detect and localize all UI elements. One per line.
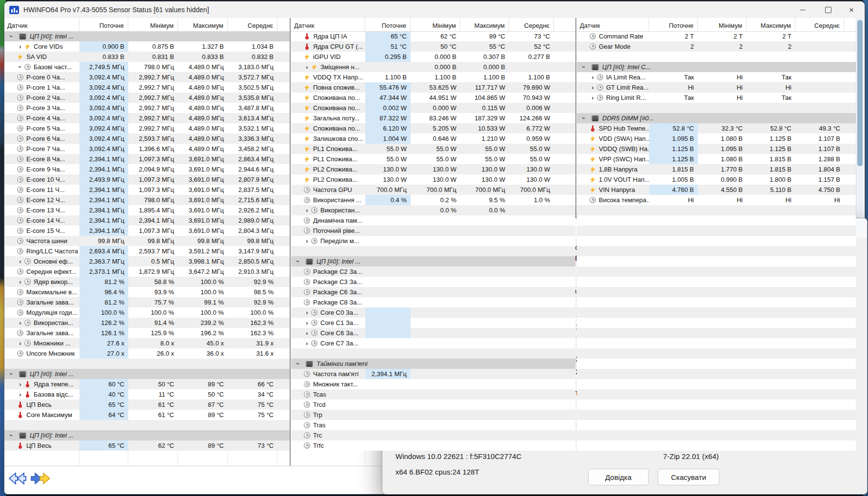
- scrollbar-thumb[interactable]: [857, 20, 863, 166]
- sensor-row[interactable]: P-core 6 Ча...3,092.4 МГц2,593.7 МГц4,48…: [4, 134, 290, 144]
- sensor-row[interactable]: ›Core C1 За...: [291, 318, 575, 328]
- sensor-row[interactable]: PL1 Спожива...55.0 W55.0 W55.0 W55.0 W: [291, 144, 575, 154]
- sensor-row[interactable]: E-core 13 Ч...2,394.1 МГц1,895.4 МГц3,69…: [4, 205, 290, 215]
- sensor-row[interactable]: Множник такт...: [291, 379, 575, 389]
- chevron-expanded-icon[interactable]: ›: [17, 63, 24, 71]
- sensor-row[interactable]: [577, 103, 856, 113]
- sensor-row[interactable]: VDDQ (SWB) На...1.125 В1.095 В1.125 В1.1…: [577, 144, 856, 154]
- sensor-row[interactable]: ›Переділи м...: [291, 236, 575, 246]
- sensor-row[interactable]: P-core 2 Ча...3,092.4 МГц2,992.7 МГц4,48…: [4, 93, 290, 103]
- sensor-row[interactable]: 1.0V VOUT Нап...1.005 В0.990 В1.800 В1.1…: [577, 174, 856, 185]
- sensor-row[interactable]: ›Використан...0.0 %0.0 %: [291, 205, 575, 215]
- sensor-row[interactable]: [577, 400, 856, 410]
- sensor-row[interactable]: VDDQ TX Напр...1.100 В1.100 В1.100 В1.10…: [291, 72, 575, 82]
- chevron-collapsed-icon[interactable]: ›: [589, 74, 597, 81]
- sensor-row[interactable]: SA VID0.833 В0.831 В0.833 В0.832 В: [4, 52, 290, 62]
- minimize-icon[interactable]: [791, 1, 814, 18]
- sensor-row[interactable]: [577, 420, 856, 430]
- sensor-group-row[interactable]: ›Таймінги пам'яті: [291, 359, 575, 369]
- cancel-button[interactable]: Скасувати: [658, 469, 719, 485]
- sensor-row[interactable]: ›Ядра темпе...60 °C50 °C89 °C66 °C: [4, 379, 290, 389]
- sensor-row[interactable]: [577, 440, 856, 451]
- sensor-row[interactable]: ›Core VIDs0.900 В0.875 В1.327 В1.034 В: [4, 41, 290, 52]
- sensor-row[interactable]: [577, 307, 856, 318]
- sensor-row[interactable]: PL2 Спожива...130.0 W130.0 W130.0 W130.0…: [291, 164, 575, 174]
- sensor-row[interactable]: Ядра CPU GT (...51 °C50 °C55 °C52 °C: [291, 41, 575, 52]
- column-header-average[interactable]: Середнє: [795, 18, 844, 31]
- sensor-group-row[interactable]: ›ЦП [#0]: Intel ...: [4, 31, 290, 41]
- sensor-row[interactable]: Command Rate2 Т2 Т2 Т: [577, 31, 856, 41]
- sensor-row[interactable]: Tcas: [291, 389, 575, 400]
- chevron-collapsed-icon[interactable]: ›: [16, 340, 24, 347]
- sensor-row[interactable]: ›Основні еф...2,363.7 МГц0.5 МГц3,998.1 …: [4, 256, 290, 267]
- sensor-row[interactable]: E-core 12 Ч...2,394.1 МГц798.0 МГц3,691.…: [4, 195, 290, 205]
- chevron-collapsed-icon[interactable]: ›: [16, 319, 24, 326]
- chevron-collapsed-icon[interactable]: ›: [303, 63, 311, 71]
- column-header-maximum[interactable]: Максимум: [747, 18, 795, 31]
- titlebar[interactable]: HWiNFO64 Pro v7.43-5055 Sensor Status [6…: [4, 1, 865, 19]
- sensor-row[interactable]: Загальна поту...87.322 W83.246 W187.329 …: [291, 113, 575, 123]
- sensor-row[interactable]: Частота GPU700.0 МГц700.0 МГц700.0 МГц70…: [291, 185, 575, 195]
- nav-back-button[interactable]: [6, 469, 28, 488]
- sensor-row[interactable]: ›Множники ...27.6 x8.0 x45.0 x31.9 x: [4, 338, 290, 348]
- chevron-collapsed-icon[interactable]: ›: [303, 319, 311, 326]
- sensor-row[interactable]: ›Базові част...2,749.5 МГц798.0 МГц4,489…: [4, 62, 290, 72]
- sensor-row[interactable]: ›Використан...126.2 %91.4 %239.2 %162.3 …: [4, 318, 290, 328]
- sensor-row[interactable]: Використання ...0.4 %0.2 %9.5 %1.0 %: [291, 195, 575, 205]
- sensor-row[interactable]: Максимальне в...96.4 %93.9 %100.0 %98.5 …: [4, 287, 290, 297]
- sensor-row[interactable]: E-core 11 Ч...2,394.1 МГц1,097.3 МГц3,69…: [4, 185, 290, 195]
- sensor-row[interactable]: [577, 379, 856, 389]
- sensor-row[interactable]: ›Core C0 За...: [291, 307, 575, 318]
- table-divider[interactable]: [290, 18, 291, 466]
- sensor-row[interactable]: [577, 215, 856, 226]
- sensor-row[interactable]: [577, 256, 856, 267]
- chevron-collapsed-icon[interactable]: ›: [16, 391, 24, 398]
- sensor-group-row[interactable]: ›ЦП [#0]: Intel ...: [291, 256, 575, 267]
- sensor-row[interactable]: [577, 369, 856, 379]
- sensor-row[interactable]: Висока темпера...НіНіНіНі: [577, 195, 856, 205]
- sensor-row[interactable]: [4, 420, 290, 430]
- column-header-current[interactable]: Поточне: [79, 18, 128, 31]
- sensor-row[interactable]: P-core 5 Ча...3,092.4 МГц2,992.7 МГц4,48…: [4, 123, 290, 134]
- sensor-row[interactable]: ЦП Весь65 °C61 °C87 °C75 °C: [4, 400, 290, 410]
- sensor-row[interactable]: [577, 338, 856, 348]
- sensor-row[interactable]: E-core 10 Ч...2,493.9 МГц1,097.3 МГц3,69…: [4, 174, 290, 185]
- sensor-row[interactable]: [577, 205, 856, 215]
- help-button[interactable]: Довідка: [588, 469, 649, 485]
- sensor-row[interactable]: Trfc: [291, 440, 575, 451]
- chevron-expanded-icon[interactable]: ›: [295, 257, 302, 266]
- sensor-row[interactable]: Динамічна пам...: [291, 215, 575, 226]
- chevron-collapsed-icon[interactable]: ›: [303, 340, 311, 347]
- column-header-maximum[interactable]: Максимум: [460, 18, 509, 31]
- sensor-row[interactable]: [291, 348, 575, 359]
- sensor-row[interactable]: Package C3 За...: [291, 277, 575, 287]
- chevron-collapsed-icon[interactable]: ›: [589, 84, 597, 91]
- sensor-row[interactable]: Модуляція годи...100.0 %100.0 %100.0 %10…: [4, 307, 290, 318]
- column-header-maximum[interactable]: Максимум: [178, 18, 228, 31]
- sensor-row[interactable]: Залишкова спо...1.004 W0.646 W1.210 W0.9…: [291, 134, 575, 144]
- sensor-row[interactable]: ›Зміщення н...0.000 В0.000 В: [291, 62, 575, 72]
- column-header-current[interactable]: Поточне: [365, 18, 411, 31]
- sensor-row[interactable]: Package C8 За...: [291, 297, 575, 307]
- sensor-row[interactable]: ЦП Весь65 °C62 °C89 °C73 °C: [4, 440, 290, 451]
- sensor-row[interactable]: P-core 7 Ча...3,092.4 МГц1,396.6 МГц4,48…: [4, 144, 290, 154]
- maximize-icon[interactable]: [817, 1, 839, 18]
- sensor-row[interactable]: ›Core C6 За...: [291, 328, 575, 338]
- column-header-average[interactable]: Середнє: [509, 18, 554, 31]
- sensor-row[interactable]: P-core 0 Ча...3,092.4 МГц2,992.7 МГц4,48…: [4, 72, 290, 82]
- chevron-expanded-icon[interactable]: ›: [8, 32, 15, 40]
- chevron-collapsed-icon[interactable]: ›: [16, 43, 24, 50]
- sensor-row[interactable]: ›GT Limit Rea...НіНіНі: [577, 82, 856, 93]
- sensor-row[interactable]: Споживана по...6.120 W5.205 W10.533 W6.7…: [291, 123, 575, 134]
- sensor-row[interactable]: VDD (SWA) Нап...1.095 В1.080 В1.125 В1.1…: [577, 134, 856, 144]
- sensor-row[interactable]: Споживана по...47.344 W44.951 W104.865 W…: [291, 93, 575, 103]
- sensor-row[interactable]: Частота пам'яті2,394.1 МГц: [291, 369, 575, 379]
- sensor-row[interactable]: [577, 236, 856, 246]
- sensor-row[interactable]: Uncore Множник27.0 x26.0 x36.0 x31.6 x: [4, 348, 290, 359]
- sensor-row[interactable]: [577, 226, 856, 236]
- sensor-row[interactable]: [577, 389, 856, 400]
- sensor-row[interactable]: Trc: [291, 430, 575, 440]
- sensor-row[interactable]: Загальне зава...81.2 %75.7 %99.1 %92.9 %: [4, 297, 290, 307]
- column-header-average[interactable]: Середнє: [228, 18, 277, 31]
- column-header-minimum[interactable]: Мінімум: [698, 18, 747, 31]
